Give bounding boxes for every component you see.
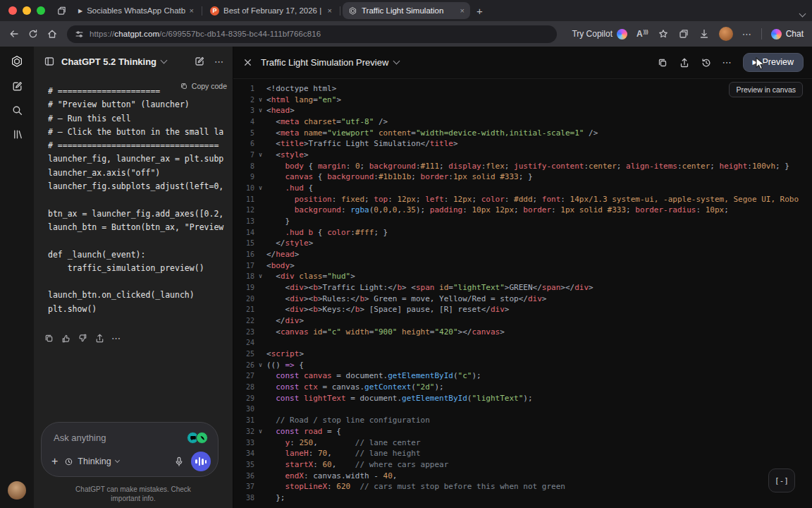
line-number: 17 bbox=[233, 260, 254, 272]
user-avatar[interactable] bbox=[8, 481, 26, 500]
fold-chevron-icon[interactable]: ∨ bbox=[254, 271, 266, 282]
fold-spacer bbox=[254, 128, 266, 139]
canvas-title-dropdown[interactable]: Traffic Light Simulation Preview bbox=[261, 57, 399, 68]
fold-spacer bbox=[254, 227, 266, 238]
fold-spacer bbox=[254, 294, 266, 305]
fold-spacer bbox=[254, 382, 266, 393]
fold-chevron-icon[interactable]: ∨ bbox=[254, 360, 266, 371]
canvas-code-lines: 1<!doctype html>2∨<html lang="en">3∨<hea… bbox=[233, 83, 812, 504]
composer[interactable]: Ask anything + Thinking bbox=[41, 422, 219, 477]
tab-list-chevron-icon[interactable] bbox=[800, 6, 805, 19]
fold-chevron-icon[interactable]: ∨ bbox=[254, 105, 266, 116]
code-line: 7∨ <style> bbox=[233, 150, 812, 161]
app-badge-green[interactable] bbox=[196, 432, 208, 444]
waveform-bar bbox=[205, 460, 207, 464]
window-controls bbox=[8, 6, 45, 15]
code-line: 15 </style> bbox=[233, 238, 812, 249]
voice-mode-button[interactable] bbox=[191, 452, 211, 471]
code-view-toggle-button[interactable]: [-] bbox=[768, 468, 795, 492]
fold-chevron-icon[interactable]: ∨ bbox=[254, 150, 266, 161]
copilot-chat-button[interactable]: Chat bbox=[771, 29, 804, 40]
collections-icon[interactable] bbox=[678, 28, 689, 40]
search-icon[interactable] bbox=[11, 104, 23, 116]
version-history-icon[interactable] bbox=[701, 57, 712, 68]
address-bar[interactable]: https://chatgpt.com/c/699557bc-db14-8395… bbox=[67, 25, 557, 43]
code-editor[interactable]: 1<!doctype html>2∨<html lang="en">3∨<hea… bbox=[233, 83, 812, 508]
composer-placeholder[interactable]: Ask anything bbox=[54, 433, 106, 443]
fold-chevron-icon[interactable]: ∨ bbox=[254, 183, 266, 194]
duplicate-icon[interactable] bbox=[657, 57, 668, 68]
library-icon[interactable] bbox=[11, 128, 23, 140]
tab-traffic-light[interactable]: Traffic Light Simulation × bbox=[343, 2, 470, 19]
fold-spacer bbox=[254, 471, 266, 482]
code-line: 32∨ const road = { bbox=[233, 426, 812, 437]
site-permissions-icon[interactable] bbox=[75, 30, 84, 39]
share-icon[interactable] bbox=[679, 57, 690, 68]
mic-icon[interactable] bbox=[173, 456, 185, 467]
tab-close-icon[interactable]: × bbox=[190, 7, 194, 15]
tab-close-icon[interactable]: × bbox=[328, 7, 332, 15]
model-selector[interactable]: ChatGPT 5.2 Thinking bbox=[61, 56, 166, 67]
line-number: 12 bbox=[233, 205, 254, 216]
code-line: 8 body { margin: 0; background:#111; dis… bbox=[233, 161, 812, 172]
line-number: 10 bbox=[233, 183, 254, 194]
code-line: 25<script> bbox=[233, 349, 812, 360]
window-close-button[interactable] bbox=[8, 6, 17, 15]
window-minimize-button[interactable] bbox=[23, 6, 31, 15]
chat-code-line: launch_btn = Button(btn_ax, "Preview bbox=[48, 221, 233, 234]
edit-canvas-icon[interactable] bbox=[194, 56, 205, 67]
favorites-star-icon[interactable] bbox=[658, 28, 669, 40]
chatgpt-logo-icon[interactable] bbox=[10, 54, 24, 68]
try-copilot-label: Try Copilot bbox=[572, 29, 613, 39]
browser-profile-avatar[interactable] bbox=[719, 27, 733, 41]
canvas-menu-icon[interactable]: ⋯ bbox=[722, 57, 732, 68]
tab-sociables[interactable]: ▶ Sociables WhatsApp Chatbot × bbox=[73, 2, 199, 19]
play-icon: ▶ bbox=[78, 8, 82, 14]
code-line: 1<!doctype html> bbox=[233, 83, 812, 95]
code-line: 3∨<head> bbox=[233, 105, 812, 116]
try-copilot-button[interactable]: Try Copilot bbox=[572, 29, 627, 40]
product-hunt-icon: P bbox=[210, 6, 219, 16]
window-zoom-button[interactable] bbox=[37, 6, 45, 15]
share-icon[interactable] bbox=[94, 333, 105, 344]
sidebar-toggle-icon[interactable] bbox=[44, 56, 55, 67]
downloads-icon[interactable] bbox=[699, 28, 710, 40]
tab-product-hunt[interactable]: P Best of February 17, 2026 | Proc × bbox=[204, 2, 338, 19]
preview-button[interactable]: ▶ Preview bbox=[743, 53, 804, 72]
copy-code-button[interactable]: Copy code bbox=[176, 82, 227, 90]
toolbar-divider bbox=[761, 28, 762, 40]
line-number: 26 bbox=[233, 360, 254, 371]
read-aloud-button[interactable]: A))) bbox=[636, 29, 648, 39]
new-tab-button[interactable]: + bbox=[476, 6, 483, 16]
preview-tooltip: Preview in canvas bbox=[729, 82, 803, 97]
line-number: 23 bbox=[233, 327, 254, 338]
fold-chevron-icon[interactable]: ∨ bbox=[254, 426, 266, 437]
tab-close-icon[interactable]: × bbox=[460, 7, 465, 15]
close-canvas-icon[interactable] bbox=[242, 57, 253, 68]
tab-actions-icon[interactable] bbox=[56, 6, 67, 16]
line-number: 9 bbox=[233, 171, 254, 183]
code-line: 18∨ <div class="hud"> bbox=[233, 271, 812, 282]
code-line: 28 const ctx = canvas.getContext("2d"); bbox=[233, 382, 812, 393]
fold-chevron-icon[interactable]: ∨ bbox=[254, 95, 266, 106]
canvas-title: Traffic Light Simulation Preview bbox=[261, 57, 388, 68]
home-button[interactable] bbox=[47, 28, 58, 40]
thumbs-up-icon[interactable] bbox=[61, 333, 71, 344]
conversation-menu-icon[interactable]: ⋯ bbox=[214, 56, 224, 67]
reload-button[interactable] bbox=[27, 28, 39, 40]
attach-plus-button[interactable]: + bbox=[51, 456, 58, 467]
code-line: 24 bbox=[233, 337, 812, 349]
browser-window: ▶ Sociables WhatsApp Chatbot × P Best of… bbox=[0, 0, 812, 508]
thinking-mode-selector[interactable]: Thinking bbox=[64, 456, 118, 466]
browser-menu-icon[interactable]: ⋯ bbox=[742, 29, 752, 40]
model-name: ChatGPT 5.2 Thinking bbox=[61, 56, 156, 67]
back-button[interactable] bbox=[8, 28, 20, 40]
more-actions-icon[interactable]: ⋯ bbox=[111, 333, 121, 344]
chat-code-line bbox=[48, 275, 233, 289]
thumbs-down-icon[interactable] bbox=[78, 333, 88, 344]
mouse-cursor bbox=[756, 57, 765, 73]
code-line: 31 // Road / stop line configuration bbox=[233, 415, 812, 426]
chat-code-lines: # =====================# "Preview button… bbox=[48, 85, 233, 325]
copy-icon[interactable] bbox=[44, 333, 54, 344]
new-chat-icon[interactable] bbox=[11, 80, 23, 92]
